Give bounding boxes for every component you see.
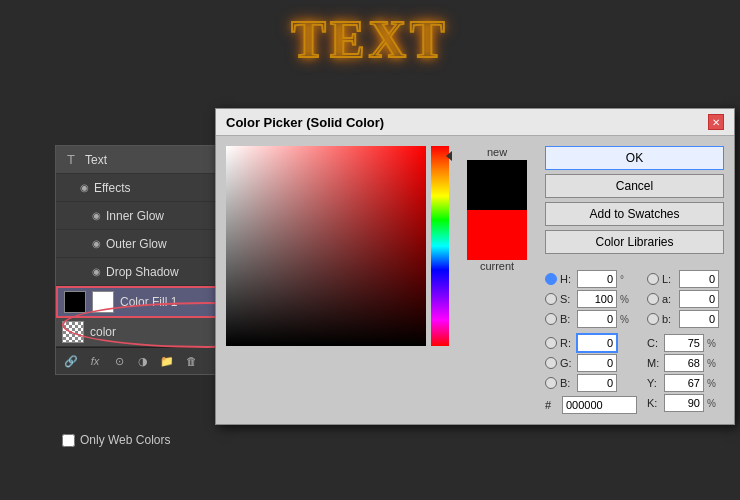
eye-inner-glow: ◉ [92, 210, 101, 221]
b2-label: B: [560, 377, 574, 389]
hue-arrow [446, 151, 452, 161]
a-input[interactable] [679, 290, 719, 308]
hex-hash: # [545, 399, 559, 411]
g-input[interactable] [577, 354, 617, 372]
s-unit: % [620, 294, 629, 305]
a-radio[interactable] [647, 293, 659, 305]
color-layer-thumb [62, 321, 84, 343]
b-row: B: % [545, 310, 637, 328]
web-colors-checkbox[interactable] [62, 434, 75, 447]
b3-input[interactable] [679, 310, 719, 328]
y-input[interactable] [664, 374, 704, 392]
r-row: R: [545, 334, 637, 352]
s-input[interactable] [577, 290, 617, 308]
l-label: L: [662, 273, 676, 285]
color-fill-thumb [64, 291, 86, 313]
right-panel: OK Cancel Add to Swatches Color Librarie… [545, 146, 724, 414]
close-button[interactable]: ✕ [708, 114, 724, 130]
c-row: C: % [647, 334, 724, 352]
b3-radio[interactable] [647, 313, 659, 325]
color-libraries-button[interactable]: Color Libraries [545, 230, 724, 254]
m-unit: % [707, 358, 716, 369]
s-label: S: [560, 293, 574, 305]
web-colors-row: Only Web Colors [62, 433, 170, 447]
y-unit: % [707, 378, 716, 389]
m-input[interactable] [664, 354, 704, 372]
new-label: new [487, 146, 507, 158]
color-fill-mask-thumb [92, 291, 114, 313]
dialog-title: Color Picker (Solid Color) [226, 115, 384, 130]
c-unit: % [707, 338, 716, 349]
g-label: G: [560, 357, 574, 369]
b-radio[interactable] [545, 313, 557, 325]
b2-input[interactable] [577, 374, 617, 392]
cancel-button[interactable]: Cancel [545, 174, 724, 198]
color-picker-dialog: Color Picker (Solid Color) ✕ new current… [215, 108, 735, 425]
adjust-btn[interactable]: ◑ [134, 352, 152, 370]
web-colors-label: Only Web Colors [80, 433, 170, 447]
mask-btn[interactable]: ⊙ [110, 352, 128, 370]
r-radio[interactable] [545, 337, 557, 349]
current-color-swatch [467, 210, 527, 260]
h-radio[interactable] [545, 273, 557, 285]
current-label: current [480, 260, 514, 272]
l-row: L: [647, 270, 724, 288]
folder-btn[interactable]: 📁 [158, 352, 176, 370]
eye-effects: ◉ [80, 182, 89, 193]
b3-label: b: [662, 313, 676, 325]
s-radio[interactable] [545, 293, 557, 305]
link-btn[interactable]: 🔗 [62, 352, 80, 370]
eye-outer-glow: ◉ [92, 238, 101, 249]
trash-btn[interactable]: 🗑 [182, 352, 200, 370]
lab-cmyk-col: L: a: b: C: [647, 270, 724, 414]
fx-btn[interactable]: fx [86, 352, 104, 370]
color-preview-area: new current [457, 146, 537, 414]
c-input[interactable] [664, 334, 704, 352]
color-inputs: H: ° S: % B: % [545, 270, 724, 414]
h-row: H: ° [545, 270, 637, 288]
ok-button[interactable]: OK [545, 146, 724, 170]
r-label: R: [560, 337, 574, 349]
s-row: S: % [545, 290, 637, 308]
g-radio[interactable] [545, 357, 557, 369]
m-row: M: % [647, 354, 724, 372]
k-row: K: % [647, 394, 724, 412]
dialog-body: new current OK Cancel Add to Swatches Co… [216, 136, 734, 424]
new-color-swatch [467, 160, 527, 210]
m-label: M: [647, 357, 661, 369]
text-type-icon: T [62, 151, 80, 169]
b3-row: b: [647, 310, 724, 328]
buttons-row: OK Cancel Add to Swatches Color Librarie… [545, 146, 724, 258]
r-input[interactable] [577, 334, 617, 352]
eye-drop-shadow: ◉ [92, 266, 101, 277]
hex-row: # [545, 396, 637, 414]
add-to-swatches-button[interactable]: Add to Swatches [545, 202, 724, 226]
h-unit: ° [620, 274, 624, 285]
b-input[interactable] [577, 310, 617, 328]
l-radio[interactable] [647, 273, 659, 285]
g-row: G: [545, 354, 637, 372]
dialog-titlebar: Color Picker (Solid Color) ✕ [216, 109, 734, 136]
b2-radio[interactable] [545, 377, 557, 389]
b2-row: B: [545, 374, 637, 392]
h-label: H: [560, 273, 574, 285]
h-input[interactable] [577, 270, 617, 288]
color-gradient-field[interactable] [226, 146, 426, 346]
hsb-rgb-col: H: ° S: % B: % [545, 270, 637, 414]
c-label: C: [647, 337, 661, 349]
b-unit: % [620, 314, 629, 325]
hue-slider[interactable] [431, 146, 449, 346]
l-input[interactable] [679, 270, 719, 288]
k-unit: % [707, 398, 716, 409]
k-label: K: [647, 397, 661, 409]
canvas-text-art: TEXT [291, 10, 449, 69]
k-input[interactable] [664, 394, 704, 412]
a-label: a: [662, 293, 676, 305]
y-row: Y: % [647, 374, 724, 392]
color-field-container [226, 146, 449, 414]
y-label: Y: [647, 377, 661, 389]
a-row: a: [647, 290, 724, 308]
b-label: B: [560, 313, 574, 325]
hex-input[interactable] [562, 396, 637, 414]
